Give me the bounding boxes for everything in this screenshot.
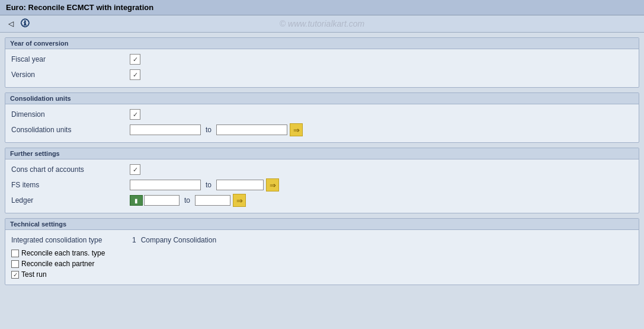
section-technical-settings: Technical settings Integrated consolidat… bbox=[5, 218, 639, 285]
version-label: Version bbox=[11, 71, 130, 79]
dimension-label: Dimension bbox=[11, 110, 130, 119]
ledger-from-input[interactable] bbox=[144, 195, 180, 206]
cons-chart-row: Cons chart of accounts ✓ bbox=[11, 163, 633, 176]
section-technical-settings-body: Integrated consolidation type 1 Company … bbox=[5, 230, 639, 285]
main-content: Year of conversion Fiscal year ✓ Version… bbox=[0, 33, 644, 295]
toolbar: ◁ 🛈 © www.tutorialkart.com bbox=[0, 15, 644, 33]
consolidation-units-to-input[interactable] bbox=[216, 124, 287, 135]
consolidation-units-label: Consolidation units bbox=[11, 126, 130, 134]
fs-items-label: FS items bbox=[11, 181, 130, 189]
consolidation-units-to-label: to bbox=[206, 126, 212, 134]
section-further-settings: Further settings Cons chart of accounts … bbox=[5, 148, 639, 213]
integrated-consolidation-type-row: Integrated consolidation type 1 Company … bbox=[11, 234, 633, 247]
fs-items-select-button[interactable]: ⇒ bbox=[266, 178, 279, 191]
ledger-icon: ▮ bbox=[134, 197, 138, 204]
version-checkbox[interactable]: ✓ bbox=[130, 69, 140, 80]
fiscal-year-checkbox[interactable]: ✓ bbox=[130, 54, 140, 65]
back-icon[interactable]: ◁ bbox=[5, 18, 17, 30]
fs-items-to-label: to bbox=[206, 181, 212, 189]
ledger-icon-button[interactable]: ▮ bbox=[130, 195, 143, 206]
section-year-of-conversion-header: Year of conversion bbox=[5, 38, 639, 49]
page-title: Euro: Reconcile ECMCT with integration bbox=[6, 3, 153, 12]
reconcile-trans-type-checkbox[interactable] bbox=[11, 250, 19, 257]
test-run-row: ✓ Test run bbox=[11, 270, 633, 279]
ledger-label: Ledger bbox=[11, 196, 130, 205]
cons-chart-checkbox[interactable]: ✓ bbox=[130, 164, 140, 175]
reconcile-trans-type-row: Reconcile each trans. type bbox=[11, 249, 633, 257]
integrated-consolidation-type-label: Integrated consolidation type bbox=[11, 236, 130, 244]
section-consolidation-units-header: Consolidation units bbox=[5, 93, 639, 104]
section-consolidation-units: Consolidation units Dimension ✓ Consolid… bbox=[5, 92, 639, 143]
section-further-settings-header: Further settings bbox=[5, 148, 639, 159]
ledger-row: Ledger ▮ to ⇒ bbox=[11, 194, 633, 207]
ledger-select-button[interactable]: ⇒ bbox=[233, 194, 246, 207]
section-year-of-conversion: Year of conversion Fiscal year ✓ Version… bbox=[5, 37, 639, 88]
section-further-settings-body: Cons chart of accounts ✓ FS items to ⇒ L… bbox=[5, 159, 639, 213]
consolidation-units-from-input[interactable] bbox=[130, 124, 201, 135]
test-run-checkbox[interactable]: ✓ bbox=[11, 271, 19, 279]
consolidation-units-row: Consolidation units to ⇒ bbox=[11, 123, 633, 136]
ledger-to-input[interactable] bbox=[195, 195, 230, 206]
dimension-row: Dimension ✓ bbox=[11, 108, 633, 121]
reconcile-partner-checkbox[interactable] bbox=[11, 260, 19, 268]
info-icon[interactable]: 🛈 bbox=[19, 18, 31, 30]
ledger-to-label: to bbox=[184, 196, 190, 205]
section-year-of-conversion-body: Fiscal year ✓ Version ✓ bbox=[5, 49, 639, 87]
section-consolidation-units-body: Dimension ✓ Consolidation units to ⇒ bbox=[5, 104, 639, 142]
fiscal-year-label: Fiscal year bbox=[11, 55, 130, 63]
integrated-consolidation-type-value: 1 bbox=[132, 236, 136, 244]
fs-items-from-input[interactable] bbox=[130, 180, 201, 190]
version-row: Version ✓ bbox=[11, 68, 633, 81]
section-technical-settings-header: Technical settings bbox=[5, 219, 639, 230]
fs-items-to-input[interactable] bbox=[216, 180, 264, 190]
dimension-checkbox[interactable]: ✓ bbox=[130, 109, 140, 120]
reconcile-partner-label: Reconcile each partner bbox=[21, 260, 94, 268]
reconcile-partner-row: Reconcile each partner bbox=[11, 260, 633, 268]
test-run-label: Test run bbox=[21, 270, 47, 279]
title-bar: Euro: Reconcile ECMCT with integration bbox=[0, 0, 644, 15]
fs-items-row: FS items to ⇒ bbox=[11, 178, 633, 191]
watermark: © www.tutorialkart.com bbox=[280, 19, 364, 28]
reconcile-trans-type-label: Reconcile each trans. type bbox=[21, 249, 105, 257]
cons-chart-label: Cons chart of accounts bbox=[11, 165, 130, 174]
integrated-consolidation-type-desc: Company Consolidation bbox=[141, 236, 216, 244]
consolidation-units-select-button[interactable]: ⇒ bbox=[290, 123, 303, 136]
fiscal-year-row: Fiscal year ✓ bbox=[11, 53, 633, 66]
